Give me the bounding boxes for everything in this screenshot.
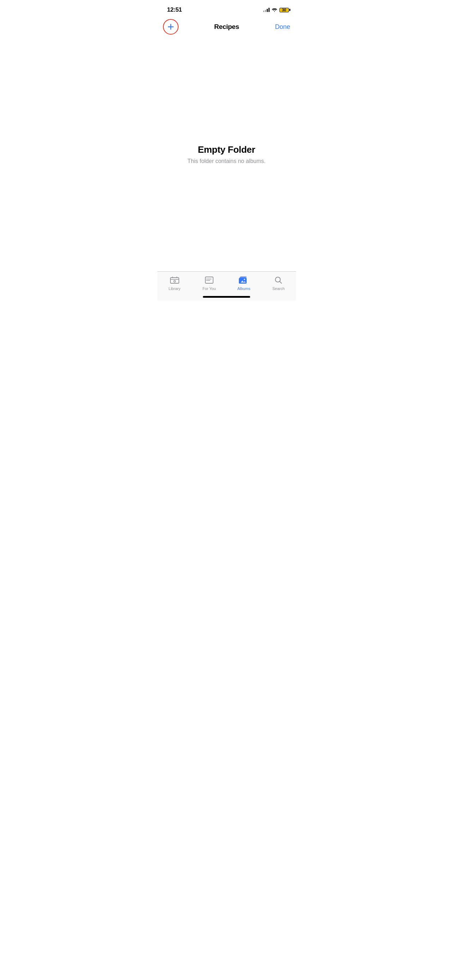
search-icon <box>273 275 283 285</box>
svg-point-3 <box>206 279 207 279</box>
battery-level-text: 30 <box>282 8 286 12</box>
page-title: Recipes <box>214 23 239 31</box>
plus-icon <box>167 23 174 30</box>
status-icons: 30 <box>263 8 289 12</box>
done-button[interactable]: Done <box>275 22 290 32</box>
albums-icon <box>239 275 249 285</box>
tab-library-label: Library <box>168 286 181 291</box>
wifi-icon <box>272 8 277 12</box>
add-button[interactable] <box>163 19 178 35</box>
empty-folder-subtitle: This folder contains no albums. <box>188 158 265 164</box>
signal-bars-icon <box>263 8 270 12</box>
tab-search-label: Search <box>272 286 285 291</box>
svg-rect-7 <box>239 278 246 284</box>
tab-albums[interactable]: Albums <box>227 275 261 291</box>
tab-albums-label: Albums <box>237 286 251 291</box>
status-bar: 12:51 30 <box>157 0 296 18</box>
svg-point-4 <box>206 280 207 281</box>
home-indicator <box>203 296 250 298</box>
tab-library[interactable]: Library <box>157 275 192 291</box>
empty-folder-title: Empty Folder <box>198 144 256 155</box>
battery-icon: 30 <box>280 8 289 12</box>
navigation-bar: Recipes Done <box>157 18 296 37</box>
tab-search[interactable]: Search <box>261 275 296 291</box>
main-content: Empty Folder This folder contains no alb… <box>157 37 296 271</box>
library-icon <box>170 275 180 285</box>
for-you-icon <box>204 275 214 285</box>
svg-point-1 <box>173 280 175 282</box>
tab-for-you-label: For You <box>202 286 216 291</box>
empty-state: Empty Folder This folder contains no alb… <box>188 45 265 264</box>
status-time: 12:51 <box>167 6 182 13</box>
svg-rect-2 <box>205 277 213 283</box>
tab-for-you[interactable]: For You <box>192 275 227 291</box>
svg-point-8 <box>244 279 245 280</box>
